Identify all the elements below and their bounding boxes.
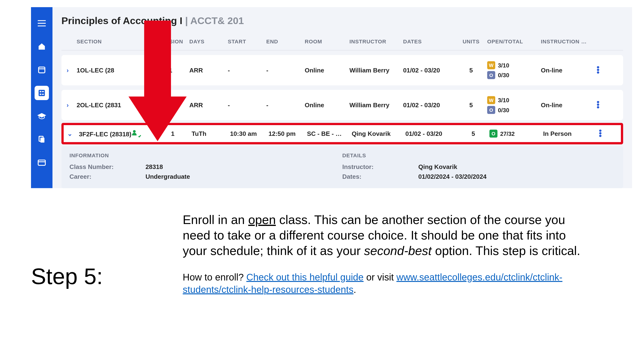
cell-days: ARR: [187, 101, 225, 109]
instructor-label: Instructor:: [342, 163, 418, 170]
open-badge-icon: O: [487, 106, 496, 114]
cell-units: 5: [458, 66, 485, 74]
card-icon[interactable]: [34, 156, 49, 170]
cell-instructor: William Berry: [347, 66, 400, 74]
cell-days: TuTh: [189, 130, 227, 137]
cell-section: 3F2F-LEC (28318): [76, 130, 157, 137]
col-mode: INSTRUCTION MODE: [538, 38, 592, 44]
more-options-icon[interactable]: •••: [595, 66, 602, 74]
details-heading: DETAILS: [342, 152, 615, 158]
main-panel: Principles of Accounting I | ACCT& 201 S…: [52, 7, 632, 188]
col-room: ROOM: [302, 38, 347, 44]
table-header: SECTION SESSION DAYS START END ROOM INST…: [62, 34, 623, 50]
sidebar-nav: [31, 7, 52, 188]
copy-icon[interactable]: [34, 132, 49, 147]
cell-units: 5: [460, 130, 487, 137]
information-heading: INFORMATION: [70, 152, 342, 158]
table-row[interactable]: ›2OL-LEC (28311ARR--OnlineWilliam Berry0…: [62, 90, 623, 120]
svg-rect-7: [40, 138, 44, 143]
cell-start: -: [225, 101, 264, 109]
chevron-right-icon[interactable]: ›: [64, 66, 71, 74]
graduation-icon[interactable]: [34, 109, 49, 123]
open-badge-icon: O: [490, 130, 498, 138]
cell-instructor: Qing Kovarik: [349, 130, 402, 137]
class-number-value: 28318: [146, 163, 163, 170]
svg-rect-4: [42, 91, 44, 92]
cell-room: SC - BE - G…: [304, 130, 349, 137]
cell-section: 2OL-LEC (2831: [74, 101, 154, 109]
col-instructor: INSTRUCTOR: [347, 38, 400, 44]
col-session: SESSION: [154, 38, 187, 44]
course-code: ACCT& 201: [190, 15, 244, 26]
instruction-block: Step 5: Enroll in an open class. This ca…: [31, 212, 584, 296]
col-end: END: [264, 38, 302, 44]
cell-mode: On-line: [538, 101, 592, 109]
more-options-icon[interactable]: •••: [595, 101, 602, 109]
cell-open-total: W3/10O0/30: [484, 96, 538, 114]
cell-end: 12:50 pm: [266, 130, 304, 137]
calendar-icon[interactable]: [34, 63, 49, 77]
waitlist-badge-icon: W: [487, 96, 496, 104]
cell-end: -: [264, 66, 302, 74]
cell-mode: On-line: [538, 66, 592, 74]
person-check-icon: [133, 130, 140, 136]
class-number-label: Class Number:: [70, 163, 146, 170]
col-section: SECTION: [74, 38, 154, 44]
cell-units: 5: [458, 101, 485, 109]
svg-rect-3: [40, 94, 41, 95]
cell-dates: 01/02 - 03/20: [400, 101, 458, 109]
cell-start: 10:30 am: [227, 130, 266, 137]
cell-start: -: [225, 66, 264, 74]
col-open-total: OPEN/TOTAL: [484, 38, 538, 44]
svg-rect-5: [42, 94, 44, 95]
instruction-paragraph-1: Enroll in an open class. This can be ano…: [183, 212, 584, 259]
cell-mode: In Person: [540, 130, 594, 137]
col-units: UNITS: [458, 38, 485, 44]
home-icon[interactable]: [34, 39, 49, 54]
career-label: Career:: [70, 173, 146, 180]
svg-rect-1: [39, 90, 45, 96]
cell-dates: 01/02 - 03/20: [400, 66, 458, 74]
svg-rect-8: [38, 160, 45, 165]
cell-session: 1: [154, 66, 187, 74]
cell-room: Online: [302, 66, 347, 74]
cell-days: ARR: [187, 66, 225, 74]
svg-rect-2: [40, 91, 41, 92]
career-value: Undergraduate: [146, 173, 190, 180]
col-start: START: [225, 38, 264, 44]
course-title: Principles of Accounting I: [62, 15, 182, 26]
page-title: Principles of Accounting I | ACCT& 201: [62, 15, 623, 27]
chevron-right-icon[interactable]: ›: [64, 101, 71, 109]
dates-value: 01/02/2024 - 03/20/2024: [418, 173, 486, 180]
cell-end: -: [264, 101, 302, 109]
open-badge-icon: O: [487, 71, 496, 79]
cell-room: Online: [302, 101, 347, 109]
menu-icon[interactable]: [34, 16, 49, 30]
dates-label: Dates:: [342, 173, 418, 180]
col-dates: DATES: [400, 38, 458, 44]
more-options-icon[interactable]: •••: [597, 130, 604, 138]
col-days: DAYS: [187, 38, 225, 44]
instructor-value: Qing Kovarik: [418, 163, 457, 170]
details-panel: INFORMATION Class Number: 28318 Career: …: [62, 146, 623, 188]
cell-session: 1: [154, 101, 187, 109]
cell-dates: 01/02 - 03/20: [402, 130, 460, 137]
step-label: Step 5:: [31, 263, 103, 289]
table-row[interactable]: ⌄3F2F-LEC (28318)1TuTh10:30 am12:50 pmSC…: [62, 123, 623, 144]
cell-open-total: W3/10O0/30: [484, 61, 538, 79]
list-icon[interactable]: [34, 86, 49, 100]
guide-link[interactable]: Check out this helpful guide: [246, 272, 364, 282]
cell-section: 1OL-LEC (28: [74, 66, 154, 74]
app-window: Principles of Accounting I | ACCT& 201 S…: [31, 7, 632, 188]
svg-rect-0: [39, 67, 45, 73]
waitlist-badge-icon: W: [487, 61, 496, 69]
instruction-paragraph-2: How to enroll? Check out this helpful gu…: [183, 271, 584, 296]
cell-session: 1: [157, 130, 189, 137]
cell-open-total: O27/32: [487, 130, 540, 138]
cell-instructor: William Berry: [347, 101, 400, 109]
chevron-down-icon[interactable]: ⌄: [66, 130, 74, 137]
table-row[interactable]: ›1OL-LEC (281ARR--OnlineWilliam Berry01/…: [62, 55, 623, 85]
